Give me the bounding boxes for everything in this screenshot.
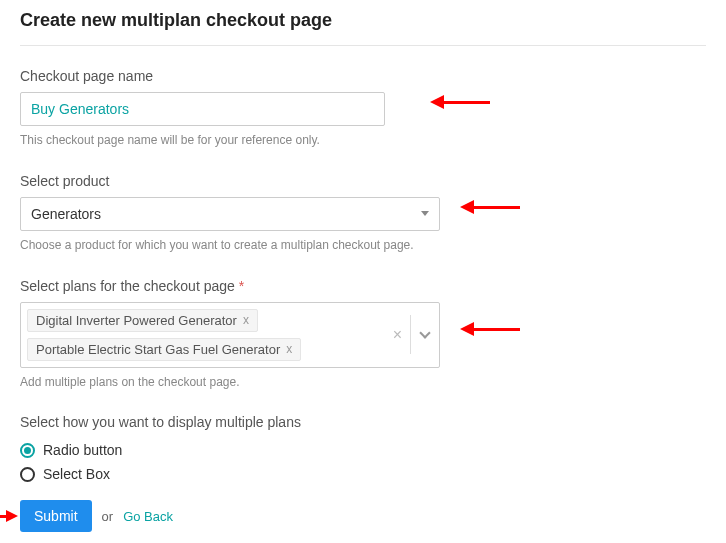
- plans-controls: ×: [384, 303, 439, 367]
- plans-chips-area: Digital Inverter Powered Generator x Por…: [21, 303, 384, 367]
- go-back-link[interactable]: Go Back: [123, 509, 173, 524]
- radio-icon: [20, 467, 35, 482]
- display-option-select-box[interactable]: Select Box: [20, 466, 706, 482]
- clear-all-icon[interactable]: ×: [385, 315, 411, 353]
- radio-label: Select Box: [43, 466, 110, 482]
- checkout-name-label: Checkout page name: [20, 68, 706, 84]
- product-select[interactable]: Generators: [20, 197, 440, 231]
- display-option-radio-button[interactable]: Radio button: [20, 442, 706, 458]
- actions-row: Submit or Go Back: [20, 500, 706, 532]
- plan-chip: Portable Electric Start Gas Fuel Generat…: [27, 338, 301, 361]
- checkout-name-helper: This checkout page name will be for your…: [20, 132, 440, 149]
- chip-remove-icon[interactable]: x: [243, 313, 249, 327]
- checkout-name-section: Checkout page name This checkout page na…: [20, 68, 706, 149]
- display-section: Select how you want to display multiple …: [20, 414, 706, 482]
- plan-chip-label: Portable Electric Start Gas Fuel Generat…: [36, 342, 280, 357]
- plans-multiselect[interactable]: Digital Inverter Powered Generator x Por…: [20, 302, 440, 368]
- product-section: Select product Generators Choose a produ…: [20, 173, 706, 254]
- checkout-name-input[interactable]: [20, 92, 385, 126]
- chip-remove-icon[interactable]: x: [286, 342, 292, 356]
- submit-button[interactable]: Submit: [20, 500, 92, 532]
- page-title: Create new multiplan checkout page: [20, 10, 706, 31]
- annotation-arrow-icon: [0, 510, 18, 522]
- radio-icon: [20, 443, 35, 458]
- plans-label: Select plans for the checkout page *: [20, 278, 706, 294]
- plan-chip: Digital Inverter Powered Generator x: [27, 309, 258, 332]
- product-label: Select product: [20, 173, 706, 189]
- required-mark: *: [239, 278, 244, 294]
- product-helper: Choose a product for which you want to c…: [20, 237, 440, 254]
- plans-dropdown-toggle[interactable]: [411, 332, 439, 337]
- radio-label: Radio button: [43, 442, 122, 458]
- annotation-arrow-icon: [430, 95, 490, 109]
- product-select-value: Generators: [31, 206, 421, 222]
- plans-label-text: Select plans for the checkout page: [20, 278, 235, 294]
- or-text: or: [102, 509, 114, 524]
- chevron-down-icon: [419, 327, 430, 338]
- divider: [20, 45, 706, 46]
- chevron-down-icon: [421, 211, 429, 216]
- plans-section: Select plans for the checkout page * Dig…: [20, 278, 706, 391]
- annotation-arrow-icon: [460, 322, 520, 336]
- annotation-arrow-icon: [460, 200, 520, 214]
- plans-helper: Add multiple plans on the checkout page.: [20, 374, 440, 391]
- plan-chip-label: Digital Inverter Powered Generator: [36, 313, 237, 328]
- display-label: Select how you want to display multiple …: [20, 414, 706, 430]
